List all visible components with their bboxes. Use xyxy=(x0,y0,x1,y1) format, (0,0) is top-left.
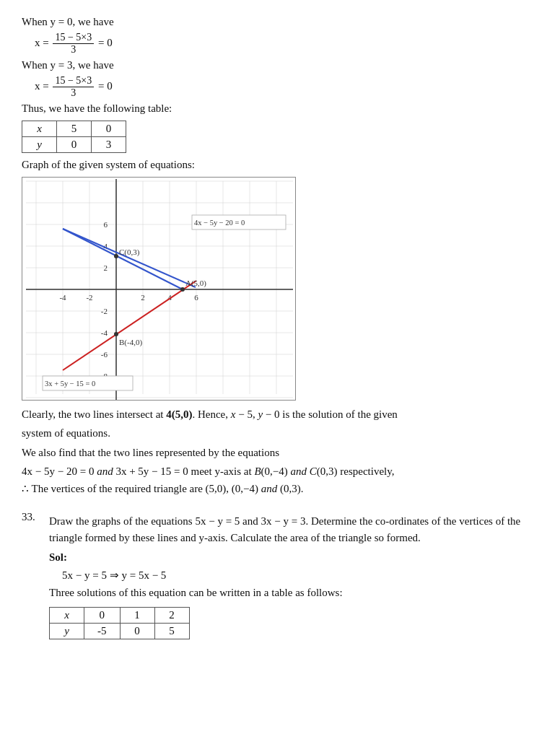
table2-header-row: x 0 1 2 xyxy=(50,608,190,624)
table1-val-5: 5 xyxy=(57,121,92,137)
eq1-lhs: x = xyxy=(35,37,51,48)
table1-val-0b: 0 xyxy=(57,137,92,153)
table1-header-row: x 5 0 xyxy=(22,121,126,137)
eq1-denominator: 3 xyxy=(69,44,78,56)
problem-33-number: 33. xyxy=(22,511,42,645)
problem-33-question: Draw the graphs of the equations 5x − y … xyxy=(49,513,538,547)
svg-text:2: 2 xyxy=(104,263,108,272)
table2-col-y: y xyxy=(50,624,84,639)
table1: x 5 0 y 0 3 xyxy=(22,121,126,153)
conclusion-line4: 4x − 5y − 20 = 0 and 3x + 5y − 15 = 0 me… xyxy=(22,463,538,480)
point-B xyxy=(114,332,118,336)
eq1-label-text: 3x + 5y − 15 = 0 xyxy=(45,380,95,388)
eq2-rhs: = 0 xyxy=(98,80,113,92)
table2-val-n5: -5 xyxy=(84,624,121,639)
problem-33-table-intro: Three solutions of this equation can be … xyxy=(49,585,538,601)
eq2-display: x = 15 − 5×3 3 = 0 xyxy=(35,75,538,99)
label-A: A(5,0) xyxy=(185,279,206,288)
table1-val-3: 3 xyxy=(92,137,126,153)
svg-text:-6: -6 xyxy=(101,350,108,359)
table2-val-5: 5 xyxy=(154,624,189,639)
grid-vertical xyxy=(36,181,276,394)
eq2-numerator: 15 − 5×3 xyxy=(53,75,94,87)
therefore-line: ∴ The vertices of the required triangle … xyxy=(22,482,538,495)
problem-33-eq: 5x − y = 5 ⇒ y = 5x − 5 xyxy=(49,569,538,582)
table2-col-x: x xyxy=(50,608,84,624)
graph-title: Graph of the given system of equations: xyxy=(22,159,538,171)
axis-labels: 2 4 6 -2 -4 -6 -8 2 4 6 -2 -4 xyxy=(59,220,198,380)
svg-text:-2: -2 xyxy=(86,293,92,302)
problem-33: 33. Draw the graphs of the equations 5x … xyxy=(22,511,538,645)
label-C: C(0,3) xyxy=(119,248,140,257)
table2-data-row: y -5 0 5 xyxy=(50,624,190,639)
graph-svg: 2 4 6 -2 -4 -6 -8 2 4 6 -2 -4 xyxy=(22,178,296,401)
table1-intro: Thus, we have the following table: xyxy=(22,102,538,115)
eq2-denominator: 3 xyxy=(69,87,78,99)
label-B: B(-4,0) xyxy=(119,338,142,347)
eq1-fraction: 15 − 5×3 3 xyxy=(53,32,94,56)
eq1-rhs: = 0 xyxy=(98,37,113,48)
eq1-numerator: 15 − 5×3 xyxy=(53,32,94,44)
coordinate-graph: 2 4 6 -2 -4 -6 -8 2 4 6 -2 -4 xyxy=(22,177,296,401)
line-eq1-blue xyxy=(63,229,183,289)
point-A xyxy=(180,287,185,292)
table2-val-2: 2 xyxy=(154,608,189,624)
eq2-label-text: 4x − 5y − 20 = 0 xyxy=(194,219,245,227)
table2-val-1: 1 xyxy=(120,608,154,624)
svg-text:2: 2 xyxy=(141,293,145,302)
problem-33-body: Draw the graphs of the equations 5x − y … xyxy=(49,511,538,645)
svg-text:-4: -4 xyxy=(59,293,66,302)
line-eq2-red xyxy=(63,281,196,370)
svg-text:6: 6 xyxy=(104,220,108,229)
svg-text:6: 6 xyxy=(194,293,198,302)
conclusion-section: Clearly, the two lines intersect at 4(5,… xyxy=(22,406,538,495)
svg-text:-2: -2 xyxy=(101,307,108,315)
table2-val-0b: 0 xyxy=(120,624,154,639)
eq1-display: x = 15 − 5×3 3 = 0 xyxy=(35,32,538,56)
when-y3-text: When y = 3, we have xyxy=(22,59,538,71)
table1-val-0a: 0 xyxy=(92,121,126,137)
conclusion-line2: system of equations. xyxy=(22,425,538,442)
table2-wrap: x 0 1 2 y -5 0 5 xyxy=(49,607,538,639)
table2: x 0 1 2 y -5 0 5 xyxy=(49,607,190,639)
when-y0-text: When y = 0, we have xyxy=(22,16,538,28)
svg-text:-4: -4 xyxy=(101,328,108,337)
eq2-fraction: 15 − 5×3 3 xyxy=(53,75,94,99)
conclusion-line3: We also find that the two lines represen… xyxy=(22,445,538,461)
conclusion-line1: Clearly, the two lines intersect at 4(5,… xyxy=(22,406,538,423)
table1-col-y: y xyxy=(22,137,57,153)
point-C xyxy=(114,254,118,258)
when-y3-line: When y = 3, we have xyxy=(22,59,538,71)
problem-33-sol-label: Sol: xyxy=(49,549,538,566)
table2-val-0: 0 xyxy=(84,608,121,624)
line-eq1-blue-ext xyxy=(63,229,196,287)
table1-col-x: x xyxy=(22,121,57,137)
when-y0-line: When y = 0, we have xyxy=(22,16,538,28)
table1-data-row: y 0 3 xyxy=(22,137,126,153)
eq2-lhs: x = xyxy=(35,80,51,92)
table1-wrap: x 5 0 y 0 3 xyxy=(22,121,538,153)
